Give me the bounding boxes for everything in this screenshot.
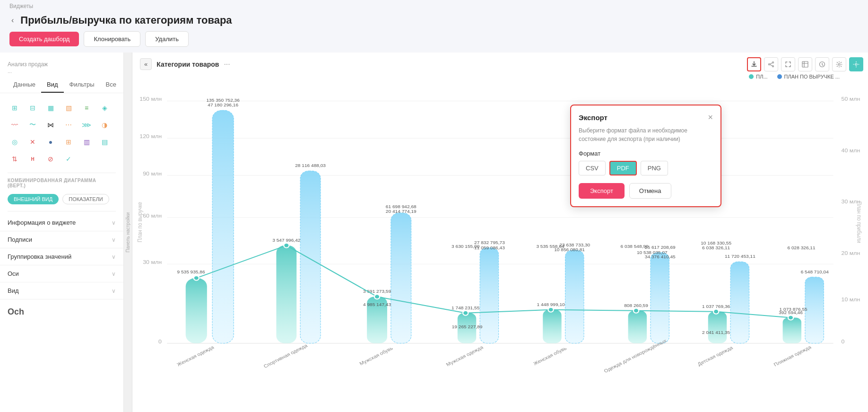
svg-text:4 985 147,43: 4 985 147,43	[363, 302, 391, 307]
svg-point-81	[713, 309, 719, 314]
modal-description: Выберите формат файла и необходимое сост…	[579, 126, 713, 143]
widget-icon-waterfall[interactable]: ▥	[79, 135, 94, 149]
legend-label-2: ПЛАН ПО ВЫРУЧКЕ ...	[784, 74, 840, 79]
export-button[interactable]	[747, 57, 761, 71]
gear-button[interactable]	[832, 57, 846, 71]
sidebar-row-labels[interactable]: Подписи ∨	[0, 231, 123, 248]
chip-appearance[interactable]: ВНЕШНИЙ ВИД	[8, 194, 59, 204]
format-label: Формат	[579, 150, 713, 157]
format-png[interactable]: PNG	[641, 161, 668, 175]
widget-icon-gauge[interactable]: ⊘	[43, 152, 58, 166]
widget-icon-area[interactable]: ◈	[97, 101, 112, 115]
svg-text:3 630 155,00: 3 630 155,00	[451, 244, 479, 248]
widget-icon-pivot[interactable]: ⊟	[26, 101, 40, 115]
toolbar: Создать дашборд Клонировать Удалить	[0, 31, 868, 53]
widget-icon-funnel[interactable]: ⋙	[79, 118, 94, 132]
widget-icon-line2[interactable]: 〰	[8, 118, 22, 132]
svg-text:1 448 999,10: 1 448 999,10	[537, 302, 565, 307]
tab-data[interactable]: Данные	[8, 77, 41, 93]
share-button[interactable]	[764, 57, 778, 71]
svg-text:19 265 227,89: 19 265 227,89	[452, 324, 483, 329]
svg-rect-27	[186, 278, 207, 343]
divider2	[8, 211, 116, 211]
svg-point-2	[773, 66, 774, 67]
svg-text:135 350 752,36: 135 350 752,36	[206, 98, 239, 103]
svg-text:40 млн: 40 млн	[842, 148, 860, 153]
format-pdf[interactable]: PDF	[609, 161, 637, 175]
chevron-widget-info: ∨	[112, 219, 116, 226]
sidebar-row-widget-info[interactable]: Информация о виджете ∨	[0, 214, 123, 231]
svg-point-77	[374, 294, 380, 299]
chart-svg: 150 млн 120 млн 90 млн 60 млн 30 млн 0 5…	[132, 82, 868, 399]
history-button[interactable]	[815, 57, 829, 71]
widget-icon-bar2[interactable]: ▧	[61, 101, 76, 115]
modal-cancel-button[interactable]: Отмена	[629, 183, 671, 199]
tab-all[interactable]: Все	[100, 77, 122, 93]
svg-text:25 617 208,69: 25 617 208,69	[645, 245, 676, 249]
settings-teal-button[interactable]	[849, 57, 863, 71]
widget-icon-arrows[interactable]: ⇅	[8, 152, 22, 166]
widget-icon-scatter[interactable]: ⋯	[61, 118, 76, 132]
chart-area: « Категории товаров ··· ПЛ... ПЛАН ПО ВЫ…	[132, 53, 868, 412]
back-button[interactable]: ‹	[9, 14, 16, 26]
widget-icon-combo[interactable]: ⋈	[43, 118, 58, 132]
svg-rect-50	[565, 250, 584, 343]
svg-point-80	[634, 308, 639, 313]
svg-text:11 720 453,11: 11 720 453,11	[725, 254, 755, 259]
breadcrumb: Виджеты	[0, 0, 868, 12]
chart-more-btn[interactable]: ···	[224, 60, 230, 69]
fullscreen-button[interactable]	[781, 57, 795, 71]
tab-view[interactable]: Вид	[41, 77, 64, 93]
chevron-axes: ∨	[112, 271, 116, 277]
sidebar-row-grouping[interactable]: Группировка значений ∨	[0, 248, 123, 265]
widget-icon-pie[interactable]: ◑	[97, 118, 112, 132]
widget-icon-grid[interactable]: ⊞	[61, 135, 76, 149]
create-dashboard-button[interactable]: Создать дашборд	[9, 32, 79, 46]
svg-point-76	[284, 243, 289, 248]
svg-text:6 548 710,04: 6 548 710,04	[801, 270, 829, 274]
svg-text:3 535 558,64: 3 535 558,64	[536, 244, 564, 248]
widget-icon-check[interactable]: ✓	[61, 152, 76, 166]
chart-title: Категории товаров	[156, 61, 219, 68]
tab-filters[interactable]: Фильтры	[64, 77, 100, 93]
format-csv[interactable]: CSV	[579, 161, 606, 175]
delete-button[interactable]: Удалить	[145, 31, 189, 47]
page-title: Прибыль/выручка по категориям товара	[20, 14, 232, 26]
svg-rect-3	[802, 61, 808, 67]
settings-panel-strip[interactable]: Панель настройки	[124, 53, 132, 412]
och-text: Och	[0, 299, 123, 324]
svg-text:61 698 942,68: 61 698 942,68	[386, 204, 417, 209]
svg-text:20 млн: 20 млн	[842, 250, 860, 255]
svg-text:6 038 548,90: 6 038 548,90	[621, 244, 649, 248]
svg-point-1	[769, 64, 770, 65]
svg-text:120 млн: 120 млн	[139, 133, 162, 139]
widget-icon-line3[interactable]: 〜	[26, 118, 40, 132]
divider	[8, 173, 116, 173]
svg-text:60 млн: 60 млн	[143, 212, 162, 218]
table-button[interactable]	[798, 57, 812, 71]
chart-svg-container: 150 млн 120 млн 90 млн 60 млн 30 млн 0 5…	[132, 82, 868, 399]
widget-icon-html[interactable]: H	[26, 152, 40, 166]
chip-indicators[interactable]: ПОКАЗАТЕЛИ	[62, 194, 109, 204]
widget-icon-x[interactable]: ✕	[26, 135, 40, 149]
widget-icon-table[interactable]: ⊞	[8, 101, 22, 115]
export-modal: Экспорт × Выберите формат файла и необхо…	[570, 105, 721, 207]
widget-icon-hbar[interactable]: ▤	[97, 135, 112, 149]
widget-icon-bar[interactable]: ▦	[43, 101, 58, 115]
widget-icon-dot[interactable]: ●	[43, 135, 58, 149]
sidebar-row-axes[interactable]: Оси ∨	[0, 265, 123, 282]
chart-nav-left[interactable]: «	[140, 58, 152, 70]
combo-chart-label: КОМБИНИРОВАННАЯ ДИАГРАММА (ВЕРТ.)	[0, 176, 123, 190]
modal-export-button[interactable]: Экспорт	[579, 183, 625, 199]
legend-dot-teal	[749, 74, 754, 79]
widget-icon-line[interactable]: ≡	[79, 101, 94, 115]
modal-actions: Экспорт Отмена	[579, 183, 713, 199]
svg-text:2 041 411,35: 2 041 411,35	[702, 330, 730, 335]
sidebar-row-view[interactable]: Вид ∨	[0, 282, 123, 299]
svg-rect-56	[651, 253, 669, 343]
svg-rect-28	[212, 110, 234, 343]
legend-item-2: ПЛАН ПО ВЫРУЧКЕ ...	[777, 74, 840, 79]
clone-button[interactable]: Клонировать	[84, 31, 140, 47]
widget-icon-donut[interactable]: ◎	[8, 135, 22, 149]
modal-close-button[interactable]: ×	[708, 113, 713, 122]
